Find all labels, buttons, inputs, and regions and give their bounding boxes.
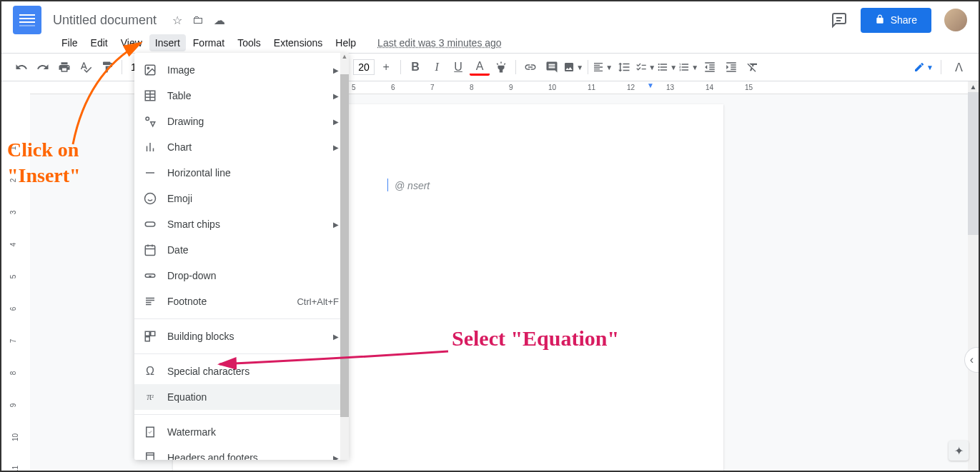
- insert-footnote[interactable]: Footnote Ctrl+Alt+F: [134, 288, 349, 314]
- image-icon: [143, 63, 157, 77]
- vertical-scrollbar[interactable]: ▲: [968, 81, 979, 471]
- menu-label: Horizontal line: [167, 167, 231, 179]
- menu-edit[interactable]: Edit: [85, 34, 114, 51]
- docs-logo[interactable]: [13, 6, 41, 34]
- insert-image[interactable]: Image ▶: [134, 57, 349, 83]
- comments-icon[interactable]: [831, 11, 848, 29]
- star-icon[interactable]: ☆: [172, 14, 182, 27]
- insert-smart-chips[interactable]: Smart chips ▶: [134, 211, 349, 237]
- comment-icon[interactable]: [542, 57, 562, 77]
- collapse-toolbar-icon[interactable]: ᐱ: [949, 57, 969, 77]
- print-icon[interactable]: [54, 57, 74, 77]
- shortcut-label: Ctrl+Alt+F: [297, 296, 339, 307]
- menu-view[interactable]: View: [115, 34, 148, 51]
- dropdown-scrollbar[interactable]: ▲: [340, 53, 349, 460]
- toolbar-divider: [122, 60, 122, 74]
- bullet-list-icon[interactable]: ▼: [657, 57, 677, 77]
- font-size-input[interactable]: [353, 59, 375, 75]
- svg-point-12: [146, 117, 149, 121]
- avatar[interactable]: [944, 9, 967, 31]
- scroll-up-icon[interactable]: ▲: [968, 81, 979, 92]
- hline-icon: [143, 166, 157, 180]
- menu-tools[interactable]: Tools: [232, 34, 267, 51]
- bold-button[interactable]: B: [405, 57, 425, 77]
- numbered-list-icon[interactable]: ▼: [678, 57, 698, 77]
- lock-icon: [875, 14, 885, 26]
- text-cursor: [387, 179, 388, 191]
- insert-drawing[interactable]: Drawing ▶: [134, 109, 349, 134]
- insert-image-icon[interactable]: ▼: [563, 57, 583, 77]
- emoji-icon: [143, 191, 157, 206]
- svg-point-7: [147, 67, 149, 69]
- menu-label: Footnote: [167, 296, 207, 307]
- paint-format-icon[interactable]: [97, 57, 117, 77]
- menu-label: Smart chips: [167, 219, 220, 230]
- insert-building-blocks[interactable]: Building blocks ▶: [134, 323, 349, 349]
- insert-date[interactable]: Date: [134, 237, 349, 263]
- spellcheck-icon[interactable]: [76, 57, 96, 77]
- clear-format-icon[interactable]: [743, 57, 763, 77]
- date-icon: [143, 243, 157, 257]
- menu-label: Chart: [167, 141, 192, 153]
- indent-decrease-icon[interactable]: [700, 57, 720, 77]
- move-icon[interactable]: 🗀: [192, 14, 204, 27]
- insert-watermark[interactable]: Watermark: [134, 419, 349, 445]
- menu-format[interactable]: Format: [187, 34, 230, 51]
- undo-icon[interactable]: [11, 57, 31, 77]
- menu-insert[interactable]: Insert: [149, 34, 186, 51]
- pi-icon: π²: [143, 390, 157, 404]
- menu-label: Emoji: [167, 193, 192, 204]
- menu-file[interactable]: File: [56, 34, 84, 51]
- insert-headers-footers[interactable]: Headers and footers ▶: [134, 445, 349, 460]
- text-color-button[interactable]: A: [470, 59, 490, 76]
- chevron-right-icon: ▶: [333, 92, 339, 100]
- menu-label: Special characters: [167, 366, 249, 377]
- indent-increase-icon[interactable]: [721, 57, 741, 77]
- blocks-icon: [143, 329, 157, 343]
- line-spacing-icon[interactable]: [614, 57, 634, 77]
- menu-separator: [134, 318, 349, 319]
- checklist-icon[interactable]: ▼: [635, 57, 655, 77]
- underline-button[interactable]: U: [448, 57, 468, 77]
- insert-horizontal-line[interactable]: Horizontal line: [134, 160, 349, 186]
- menu-label: Drop-down: [167, 270, 216, 281]
- menu-extensions[interactable]: Extensions: [268, 34, 328, 51]
- svg-rect-35: [147, 453, 154, 460]
- doc-title[interactable]: Untitled document: [53, 13, 157, 28]
- menu-label: Table: [167, 90, 191, 101]
- explore-button[interactable]: ✦: [949, 441, 969, 461]
- scroll-thumb[interactable]: [968, 92, 979, 235]
- dropdown-icon: [143, 268, 157, 283]
- italic-button[interactable]: I: [427, 57, 447, 77]
- menu-label: Date: [167, 244, 189, 256]
- chevron-right-icon: ▶: [333, 118, 339, 126]
- menu-label: Headers and footers: [167, 452, 258, 460]
- insert-emoji[interactable]: Emoji: [134, 186, 349, 211]
- menu-help[interactable]: Help: [330, 34, 362, 51]
- placeholder-hint: @ nsert: [395, 180, 430, 191]
- highlight-icon[interactable]: [491, 57, 511, 77]
- insert-special-characters[interactable]: Ω Special characters: [134, 358, 349, 384]
- share-button[interactable]: Share: [861, 8, 931, 33]
- drawing-icon: [143, 114, 157, 129]
- insert-table[interactable]: Table ▶: [134, 83, 349, 109]
- link-icon[interactable]: [520, 57, 540, 77]
- insert-chart[interactable]: Chart ▶: [134, 134, 349, 160]
- cloud-icon[interactable]: ☁: [214, 14, 225, 27]
- menu-label: Drawing: [167, 116, 204, 127]
- size-plus-button[interactable]: +: [376, 57, 396, 77]
- align-icon[interactable]: ▼: [593, 57, 613, 77]
- vertical-ruler: 1 2 3 4 5 6 7 8 9 10 11: [1, 94, 30, 472]
- editing-mode-icon[interactable]: ▼: [914, 57, 934, 77]
- menu-label: Equation: [167, 391, 207, 403]
- svg-point-18: [145, 194, 156, 204]
- redo-icon[interactable]: [33, 57, 53, 77]
- headers-icon: [143, 451, 157, 460]
- svg-rect-33: [145, 337, 149, 341]
- insert-dropdown[interactable]: Drop-down: [134, 263, 349, 288]
- chevron-right-icon: ▶: [333, 144, 339, 151]
- chart-icon: [143, 140, 157, 154]
- insert-equation[interactable]: π² Equation: [134, 384, 349, 410]
- last-edit-link[interactable]: Last edit was 3 minutes ago: [377, 37, 502, 49]
- menu-separator: [134, 414, 349, 415]
